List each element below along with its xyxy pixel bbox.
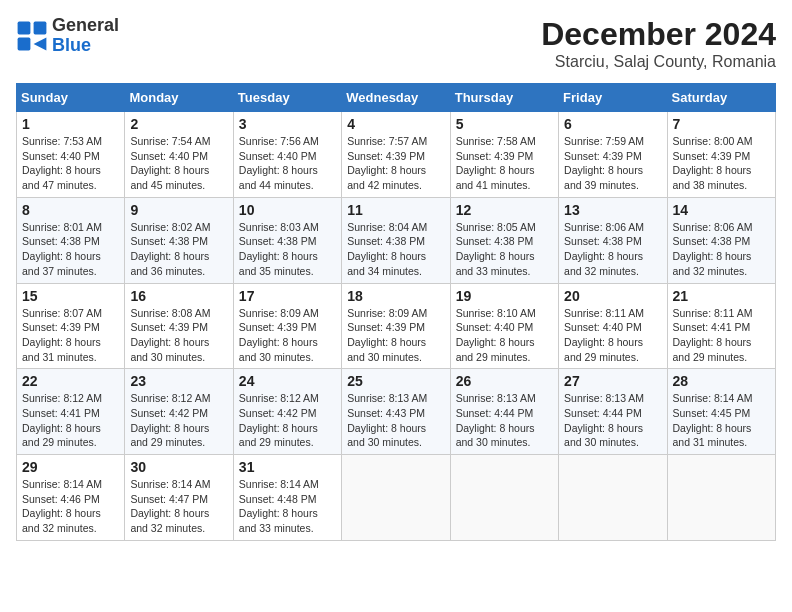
svg-marker-3 xyxy=(34,37,47,50)
day-info-line: Daylight: 8 hours xyxy=(130,335,227,350)
day-info: Sunrise: 8:13 AMSunset: 4:44 PMDaylight:… xyxy=(564,391,661,450)
calendar-cell: 15Sunrise: 8:07 AMSunset: 4:39 PMDayligh… xyxy=(17,283,125,369)
logo-line2: Blue xyxy=(52,36,119,56)
day-info-line: and 29 minutes. xyxy=(22,435,119,450)
calendar-cell: 28Sunrise: 8:14 AMSunset: 4:45 PMDayligh… xyxy=(667,369,775,455)
day-info-line: and 45 minutes. xyxy=(130,178,227,193)
day-number: 19 xyxy=(456,288,553,304)
day-info: Sunrise: 7:56 AMSunset: 4:40 PMDaylight:… xyxy=(239,134,336,193)
day-info-line: and 29 minutes. xyxy=(130,435,227,450)
day-info-line: Sunset: 4:39 PM xyxy=(130,320,227,335)
day-info-line: Daylight: 8 hours xyxy=(239,421,336,436)
day-info: Sunrise: 8:13 AMSunset: 4:44 PMDaylight:… xyxy=(456,391,553,450)
calendar-cell: 20Sunrise: 8:11 AMSunset: 4:40 PMDayligh… xyxy=(559,283,667,369)
calendar-cell: 2Sunrise: 7:54 AMSunset: 4:40 PMDaylight… xyxy=(125,112,233,198)
day-info: Sunrise: 7:57 AMSunset: 4:39 PMDaylight:… xyxy=(347,134,444,193)
day-info-line: Daylight: 8 hours xyxy=(347,163,444,178)
day-number: 11 xyxy=(347,202,444,218)
weekday-header-sunday: Sunday xyxy=(17,84,125,112)
calendar-cell: 12Sunrise: 8:05 AMSunset: 4:38 PMDayligh… xyxy=(450,197,558,283)
weekday-header-friday: Friday xyxy=(559,84,667,112)
day-info-line: Sunrise: 8:08 AM xyxy=(130,306,227,321)
calendar-cell: 4Sunrise: 7:57 AMSunset: 4:39 PMDaylight… xyxy=(342,112,450,198)
calendar-cell: 23Sunrise: 8:12 AMSunset: 4:42 PMDayligh… xyxy=(125,369,233,455)
day-info-line: Daylight: 8 hours xyxy=(564,249,661,264)
calendar-header: SundayMondayTuesdayWednesdayThursdayFrid… xyxy=(17,84,776,112)
day-info-line: Sunrise: 8:06 AM xyxy=(564,220,661,235)
calendar-cell xyxy=(342,455,450,541)
day-info-line: Sunset: 4:41 PM xyxy=(22,406,119,421)
day-number: 6 xyxy=(564,116,661,132)
day-number: 24 xyxy=(239,373,336,389)
day-number: 30 xyxy=(130,459,227,475)
day-info: Sunrise: 8:14 AMSunset: 4:45 PMDaylight:… xyxy=(673,391,770,450)
day-number: 8 xyxy=(22,202,119,218)
day-info-line: and 31 minutes. xyxy=(22,350,119,365)
day-info-line: Sunrise: 8:14 AM xyxy=(130,477,227,492)
day-info: Sunrise: 8:01 AMSunset: 4:38 PMDaylight:… xyxy=(22,220,119,279)
day-info-line: and 32 minutes. xyxy=(22,521,119,536)
day-info-line: and 30 minutes. xyxy=(239,350,336,365)
day-info-line: and 32 minutes. xyxy=(673,264,770,279)
day-info: Sunrise: 8:07 AMSunset: 4:39 PMDaylight:… xyxy=(22,306,119,365)
day-info-line: and 44 minutes. xyxy=(239,178,336,193)
calendar-cell: 11Sunrise: 8:04 AMSunset: 4:38 PMDayligh… xyxy=(342,197,450,283)
calendar-cell: 25Sunrise: 8:13 AMSunset: 4:43 PMDayligh… xyxy=(342,369,450,455)
day-info-line: Sunset: 4:44 PM xyxy=(456,406,553,421)
day-info-line: Daylight: 8 hours xyxy=(347,421,444,436)
day-info-line: Daylight: 8 hours xyxy=(130,506,227,521)
day-info: Sunrise: 8:06 AMSunset: 4:38 PMDaylight:… xyxy=(673,220,770,279)
day-info-line: and 33 minutes. xyxy=(239,521,336,536)
day-info: Sunrise: 7:53 AMSunset: 4:40 PMDaylight:… xyxy=(22,134,119,193)
day-number: 7 xyxy=(673,116,770,132)
day-info-line: Daylight: 8 hours xyxy=(673,335,770,350)
day-number: 14 xyxy=(673,202,770,218)
logo: General Blue xyxy=(16,16,119,56)
day-info-line: Sunset: 4:40 PM xyxy=(22,149,119,164)
day-number: 25 xyxy=(347,373,444,389)
day-number: 13 xyxy=(564,202,661,218)
logo-text: General Blue xyxy=(52,16,119,56)
day-info-line: and 30 minutes. xyxy=(130,350,227,365)
day-info-line: Sunrise: 8:09 AM xyxy=(239,306,336,321)
day-info-line: and 36 minutes. xyxy=(130,264,227,279)
calendar-week-5: 29Sunrise: 8:14 AMSunset: 4:46 PMDayligh… xyxy=(17,455,776,541)
day-info-line: Daylight: 8 hours xyxy=(239,506,336,521)
day-info-line: Sunset: 4:40 PM xyxy=(564,320,661,335)
day-info-line: Sunrise: 7:56 AM xyxy=(239,134,336,149)
day-info-line: Daylight: 8 hours xyxy=(456,163,553,178)
day-info-line: Sunrise: 8:14 AM xyxy=(22,477,119,492)
day-number: 3 xyxy=(239,116,336,132)
day-info-line: and 42 minutes. xyxy=(347,178,444,193)
day-info: Sunrise: 8:05 AMSunset: 4:38 PMDaylight:… xyxy=(456,220,553,279)
calendar-cell xyxy=(667,455,775,541)
day-number: 20 xyxy=(564,288,661,304)
day-info: Sunrise: 8:12 AMSunset: 4:42 PMDaylight:… xyxy=(130,391,227,450)
logo-icon xyxy=(16,20,48,52)
day-info-line: Sunset: 4:43 PM xyxy=(347,406,444,421)
calendar-table: SundayMondayTuesdayWednesdayThursdayFrid… xyxy=(16,83,776,541)
calendar-cell: 5Sunrise: 7:58 AMSunset: 4:39 PMDaylight… xyxy=(450,112,558,198)
svg-rect-2 xyxy=(18,37,31,50)
calendar-cell: 22Sunrise: 8:12 AMSunset: 4:41 PMDayligh… xyxy=(17,369,125,455)
day-info-line: Sunrise: 8:10 AM xyxy=(456,306,553,321)
day-number: 16 xyxy=(130,288,227,304)
day-info-line: Daylight: 8 hours xyxy=(239,249,336,264)
day-info-line: and 47 minutes. xyxy=(22,178,119,193)
day-info-line: Sunrise: 8:11 AM xyxy=(673,306,770,321)
day-info-line: and 29 minutes. xyxy=(564,350,661,365)
day-info-line: Sunset: 4:38 PM xyxy=(239,234,336,249)
day-info-line: and 35 minutes. xyxy=(239,264,336,279)
day-info-line: and 30 minutes. xyxy=(456,435,553,450)
day-info-line: and 30 minutes. xyxy=(564,435,661,450)
day-info: Sunrise: 8:03 AMSunset: 4:38 PMDaylight:… xyxy=(239,220,336,279)
day-info-line: Daylight: 8 hours xyxy=(22,506,119,521)
day-info-line: Daylight: 8 hours xyxy=(22,421,119,436)
day-info-line: Sunset: 4:40 PM xyxy=(130,149,227,164)
day-info-line: Sunset: 4:39 PM xyxy=(673,149,770,164)
day-info-line: and 29 minutes. xyxy=(456,350,553,365)
weekday-header-row: SundayMondayTuesdayWednesdayThursdayFrid… xyxy=(17,84,776,112)
day-info: Sunrise: 8:11 AMSunset: 4:40 PMDaylight:… xyxy=(564,306,661,365)
day-number: 15 xyxy=(22,288,119,304)
day-info-line: Sunset: 4:40 PM xyxy=(456,320,553,335)
